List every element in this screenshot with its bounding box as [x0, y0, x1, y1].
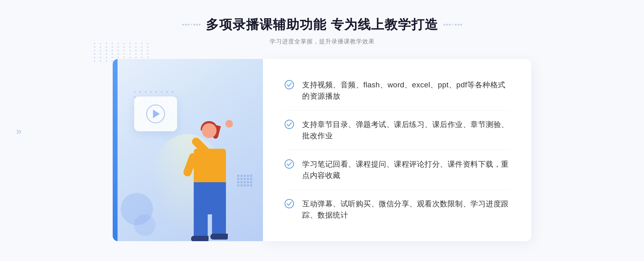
content-area: 支持视频、音频、flash、word、excel、ppt、pdf等各种格式的资源… — [113, 59, 531, 241]
left-decorator — [182, 24, 200, 25]
left-arrow-icon: » — [16, 126, 21, 137]
stripe-decoration — [237, 175, 252, 188]
figure-body — [194, 149, 226, 186]
check-circle-icon-1 — [284, 80, 294, 90]
check-circle-icon-2 — [284, 120, 294, 129]
divider-1 — [284, 110, 510, 110]
figure-leg-left — [194, 212, 208, 238]
figure-head — [202, 123, 217, 138]
svg-point-0 — [285, 80, 294, 89]
feature-item-1: 支持视频、音频、flash、word、excel、ppt、pdf等各种格式的资源… — [284, 74, 510, 107]
figure-leg-right — [212, 212, 226, 236]
left-arrows: » — [16, 126, 21, 137]
right-decorator — [444, 24, 462, 25]
feature-item-4: 互动弹幕、试听购买、微信分享、观看次数限制、学习进度跟踪、数据统计 — [284, 193, 510, 226]
check-circle-icon-3 — [284, 159, 294, 169]
person-figure — [167, 107, 237, 241]
title-row: 多项录播课辅助功能 专为线上教学打造 — [182, 16, 462, 33]
figure-hand-right — [225, 120, 233, 128]
feature-item-3: 学习笔记回看、课程提问、课程评论打分、课件资料下载，重点内容收藏 — [284, 153, 510, 187]
feature-text-3: 学习笔记回看、课程提问、课程评论打分、课件资料下载，重点内容收藏 — [302, 159, 510, 181]
feature-text-1: 支持视频、音频、flash、word、excel、ppt、pdf等各种格式的资源… — [302, 79, 510, 102]
svg-point-1 — [285, 120, 294, 129]
header-section: 多项录播课辅助功能 专为线上教学打造 学习进度全掌握，提升录播课教学效果 — [182, 16, 462, 46]
play-icon-circle — [146, 105, 165, 123]
vertical-bar-decoration — [113, 59, 118, 241]
play-triangle — [153, 110, 160, 118]
svg-point-3 — [285, 199, 294, 208]
divider-3 — [284, 190, 510, 190]
subtitle: 学习进度全掌握，提升录播课教学效果 — [182, 38, 462, 46]
feature-text-2: 支持章节目录、弹题考试、课后练习、课后作业、章节测验、批改作业 — [302, 119, 510, 141]
content-panel: 支持视频、音频、flash、word、excel、ppt、pdf等各种格式的资源… — [263, 59, 531, 241]
figure-pants — [194, 182, 226, 214]
svg-point-2 — [285, 160, 294, 168]
figure-shoe-left — [191, 236, 208, 241]
feature-item-2: 支持章节目录、弹题考试、课后练习、课后作业、章节测验、批改作业 — [284, 114, 510, 147]
main-title: 多项录播课辅助功能 专为线上教学打造 — [206, 16, 438, 33]
check-circle-icon-4 — [284, 199, 294, 208]
figure-shoe-right — [210, 234, 228, 240]
divider-2 — [284, 150, 510, 150]
illus-circle-2 — [134, 214, 156, 236]
page-wrapper: for(let i=0;i<60;i++)document.write('<di… — [0, 0, 644, 261]
illustration-panel — [113, 59, 263, 241]
feature-text-4: 互动弹幕、试听购买、微信分享、观看次数限制、学习进度跟踪、数据统计 — [302, 198, 510, 221]
